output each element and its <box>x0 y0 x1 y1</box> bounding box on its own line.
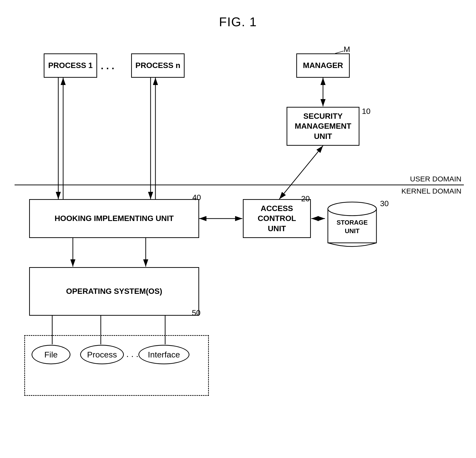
diagram-container: FIG. 1 PROCESS 1 · · · PROCESS n MANAGER… <box>0 0 476 458</box>
interface-ellipse: Interface <box>138 345 189 364</box>
manager-box: MANAGER <box>296 53 350 78</box>
access-control-label: ACCESSCONTROLUNIT <box>258 204 296 234</box>
svg-line-6 <box>335 51 344 53</box>
figure-title: FIG. 1 <box>219 15 257 29</box>
hooking-label: HOOKING IMPLEMENTING UNIT <box>55 213 174 224</box>
svg-point-1 <box>328 202 376 216</box>
process-dots: · · · <box>101 63 114 74</box>
ref-40: 40 <box>192 193 201 202</box>
ref-m: M <box>344 45 350 54</box>
processn-box: PROCESS n <box>131 53 185 78</box>
security-mgmt-box: SECURITYMANAGEMENTUNIT <box>287 107 359 146</box>
file-ellipse: File <box>32 345 70 364</box>
process1-label: PROCESS 1 <box>48 60 93 71</box>
domain-divider <box>15 185 464 185</box>
ref-10: 10 <box>362 107 371 116</box>
interface-label: Interface <box>148 350 180 359</box>
os-label: OPERATING SYSTEM(OS) <box>66 286 162 297</box>
file-label: File <box>44 350 58 359</box>
kernel-domain-label: KERNEL DOMAIN <box>401 187 461 195</box>
bottom-dashed-box <box>24 335 209 396</box>
svg-text:UNIT: UNIT <box>345 227 360 235</box>
process-ellipse: Process <box>80 345 124 364</box>
process1-box: PROCESS 1 <box>44 53 97 78</box>
hooking-box: HOOKING IMPLEMENTING UNIT <box>29 199 199 238</box>
process-ellipse-label: Process <box>87 350 117 359</box>
ref-50: 50 <box>192 308 201 317</box>
user-domain-label: USER DOMAIN <box>410 175 461 183</box>
processn-label: PROCESS n <box>136 60 180 71</box>
ref-20: 20 <box>301 194 310 203</box>
access-control-box: ACCESSCONTROLUNIT <box>243 199 311 238</box>
ref-30: 30 <box>380 199 389 208</box>
svg-text:STORAGE: STORAGE <box>337 219 368 226</box>
svg-line-8 <box>279 146 323 199</box>
ellipse-dots: · · · <box>126 351 138 361</box>
os-box: OPERATING SYSTEM(OS) <box>29 267 199 316</box>
storage-unit: STORAGE UNIT <box>325 199 379 248</box>
manager-label: MANAGER <box>303 60 343 71</box>
security-mgmt-label: SECURITYMANAGEMENTUNIT <box>295 111 351 142</box>
